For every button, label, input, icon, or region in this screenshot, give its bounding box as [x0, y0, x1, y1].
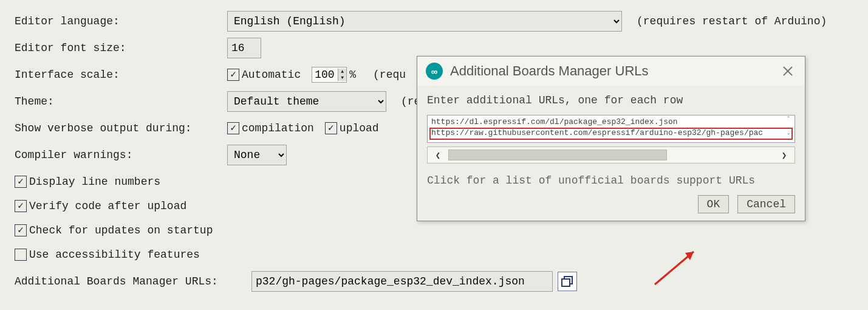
interface-scale-value[interactable]: [312, 69, 338, 81]
theme-select[interactable]: Default theme: [227, 91, 386, 112]
checkbox-icon: [15, 200, 27, 212]
interface-scale-note: (requ: [373, 69, 406, 81]
checkbox-label: upload: [340, 122, 379, 134]
checkbox-label: compilation: [242, 122, 314, 134]
verbose-label: Show verbose output during:: [15, 122, 227, 134]
checkbox-icon: [15, 176, 27, 188]
check-updates-checkbox[interactable]: Check for updates on startup: [15, 224, 213, 236]
additional-urls-dialog: ∞ Additional Boards Manager URLs Enter a…: [417, 56, 805, 221]
url-line-1: https://dl.espressif.com/dl/package_esp3…: [431, 117, 678, 126]
checkbox-label: Display line numbers: [29, 176, 160, 188]
svg-rect-1: [562, 279, 570, 286]
additional-urls-label: Additional Boards Manager URLs:: [15, 275, 251, 288]
edit-urls-button[interactable]: [558, 272, 577, 291]
interface-scale-label: Interface scale:: [15, 69, 227, 81]
checkbox-label: Use accessibility features: [29, 249, 200, 261]
compiler-warnings-select[interactable]: None: [227, 145, 287, 165]
urls-textarea[interactable]: https://dl.espressif.com/dl/package_esp3…: [427, 115, 795, 143]
dialog-title: Additional Boards Manager URLs: [450, 63, 649, 79]
interface-scale-auto-checkbox[interactable]: Automatic: [227, 69, 301, 81]
url-line-2: https://raw.githubusercontent.com/espres…: [431, 128, 763, 137]
checkbox-label: Check for updates on startup: [29, 224, 213, 236]
accessibility-checkbox[interactable]: Use accessibility features: [15, 249, 200, 261]
theme-label: Theme:: [15, 95, 227, 108]
interface-scale-spinner[interactable]: ▲▼: [312, 67, 347, 83]
dialog-close-button[interactable]: [779, 63, 796, 80]
verify-code-checkbox[interactable]: Verify code after upload: [15, 200, 186, 212]
vertical-scroll-indicator[interactable]: ˆˇ: [787, 115, 795, 143]
display-line-numbers-checkbox[interactable]: Display line numbers: [15, 176, 160, 188]
horizontal-scrollbar[interactable]: ❮ ❯: [427, 146, 795, 164]
checkbox-icon: [15, 224, 27, 236]
ok-button[interactable]: OK: [698, 195, 730, 213]
verbose-compilation-checkbox[interactable]: compilation: [227, 122, 314, 134]
checkbox-label: Automatic: [242, 69, 301, 81]
checkbox-icon: [15, 249, 27, 261]
compiler-warnings-label: Compiler warnings:: [15, 149, 227, 161]
spinner-buttons[interactable]: ▲▼: [338, 69, 346, 81]
percent-sign: %: [349, 69, 356, 81]
window-stack-icon: [561, 275, 573, 288]
editor-fontsize-input[interactable]: [227, 38, 261, 58]
scroll-left-button[interactable]: ❮: [428, 147, 448, 163]
editor-language-label: Editor language:: [15, 15, 227, 27]
scrollbar-thumb[interactable]: [448, 150, 667, 160]
checkbox-icon: [325, 122, 337, 134]
checkbox-label: Verify code after upload: [29, 200, 186, 212]
close-icon: [783, 66, 793, 76]
editor-language-select[interactable]: English (English): [227, 11, 622, 32]
editor-language-note: (requires restart of Arduino): [637, 15, 827, 27]
dialog-titlebar: ∞ Additional Boards Manager URLs: [417, 57, 805, 86]
additional-urls-input[interactable]: [251, 271, 553, 292]
cancel-button[interactable]: Cancel: [737, 195, 795, 213]
dialog-prompt: Enter additional URLs, one for each row: [427, 94, 795, 106]
scroll-down-icon[interactable]: ˇ: [787, 132, 795, 143]
editor-fontsize-label: Editor font size:: [15, 42, 227, 54]
scroll-up-icon[interactable]: ˆ: [787, 115, 795, 126]
checkbox-icon: [227, 122, 239, 134]
arduino-icon: ∞: [426, 63, 443, 80]
verbose-upload-checkbox[interactable]: upload: [325, 122, 379, 134]
unofficial-urls-link[interactable]: Click for a list of unofficial boards su…: [427, 174, 795, 187]
scroll-right-button[interactable]: ❯: [774, 147, 795, 163]
checkbox-icon: [227, 69, 239, 81]
